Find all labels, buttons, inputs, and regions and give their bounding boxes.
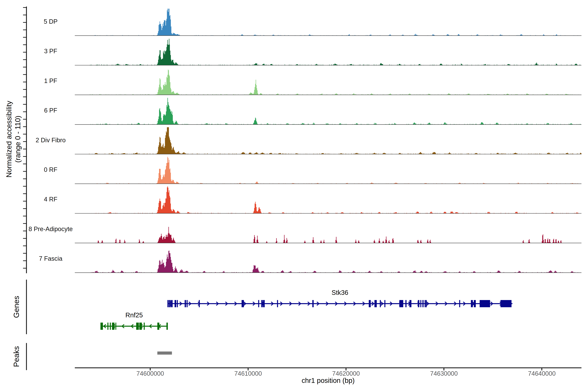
exon-box	[474, 300, 476, 307]
exon-box	[425, 300, 427, 307]
exon-box	[471, 300, 473, 307]
exon-box	[258, 300, 259, 307]
exon-box	[422, 300, 422, 307]
track-8-pre-adipocyte	[75, 227, 582, 243]
x-tick-label-74640000: 74640000	[528, 370, 556, 377]
exon-box	[418, 300, 419, 307]
peak-region-bar	[157, 352, 172, 354]
signal-area	[75, 127, 582, 154]
exon-box	[374, 300, 377, 307]
x-tick-label-74620000: 74620000	[332, 370, 360, 377]
coverage-plot-canvas	[0, 0, 588, 392]
track-label-8-pre-adipocyte: 8 Pre-Adipocyte	[28, 226, 73, 232]
exon-box	[384, 300, 385, 307]
exon-box	[261, 300, 263, 307]
track-3-pf	[75, 39, 582, 65]
track-label-5-dp: 5 DP	[44, 18, 58, 25]
exon-box	[177, 300, 178, 307]
signal-area	[75, 157, 582, 184]
exon-box	[171, 300, 173, 307]
exon-box	[169, 300, 171, 307]
exon-box	[168, 300, 169, 307]
exon-box	[420, 300, 421, 307]
track-label-6-pf: 6 PF	[44, 107, 57, 114]
signal-area	[75, 39, 582, 65]
track-2-div-fibro	[75, 127, 582, 154]
coverage-plot-figure: Normalized accessibility (range 0 - 110)…	[0, 0, 588, 392]
exon-box	[116, 322, 116, 330]
exon-box	[108, 322, 108, 330]
track-1-pf	[75, 70, 582, 95]
genes-section-label: Genes	[12, 296, 21, 318]
signal-area	[75, 250, 582, 272]
exon-box	[100, 322, 103, 330]
exon-box	[136, 322, 139, 330]
accessibility-axis	[23, 6, 26, 273]
track-5-dp	[75, 9, 582, 36]
exon-box	[380, 300, 381, 307]
track-label-3-pf: 3 PF	[44, 48, 57, 55]
y-axis-label-line1: Normalized accessibility	[4, 101, 14, 178]
track-6-pf	[75, 98, 582, 124]
exon-box	[423, 300, 424, 307]
signal-area	[75, 9, 582, 36]
gene-name-stk36: Stk36	[332, 289, 348, 296]
track-4-rf	[75, 186, 582, 213]
signal-area	[75, 227, 582, 243]
exon-box	[110, 322, 111, 330]
x-tick-label-74630000: 74630000	[430, 370, 458, 377]
exon-box	[399, 300, 403, 307]
gene-model-stk36	[168, 300, 512, 307]
exon-box	[199, 300, 200, 307]
track-0-rf	[75, 157, 582, 184]
signal-area	[75, 70, 582, 95]
exon-box	[187, 300, 188, 307]
peaks-section-label: Peaks	[12, 346, 21, 367]
track-7-fascia	[75, 250, 582, 272]
exon-box	[139, 322, 142, 330]
track-label-7-fascia: 7 Fascia	[39, 255, 62, 262]
exon-box	[263, 300, 264, 307]
exon-box	[185, 300, 186, 307]
exon-box	[166, 322, 168, 330]
x-tick-label-74600000: 74600000	[136, 370, 164, 377]
exon-box	[410, 300, 412, 307]
exon-box	[500, 300, 512, 307]
y-axis-label: Normalized accessibility (range 0 - 110)	[4, 101, 22, 178]
signal-area	[75, 98, 582, 124]
track-label-1-pf: 1 PF	[44, 77, 57, 84]
track-label-2-div-fibro: 2 Div Fibro	[36, 136, 66, 144]
exon-box	[406, 300, 406, 307]
exon-box	[312, 300, 314, 307]
exon-box	[157, 322, 159, 330]
exon-box	[480, 300, 490, 307]
x-tick-label-74610000: 74610000	[234, 370, 262, 377]
exon-box	[277, 300, 278, 307]
track-label-0-rf: 0 RF	[44, 166, 57, 173]
gene-model-rnf25	[100, 322, 168, 330]
x-axis-title: chr1 position (bp)	[302, 377, 355, 384]
exon-box	[112, 322, 114, 330]
exon-box	[369, 300, 371, 307]
exon-box	[174, 300, 176, 307]
gene-name-rnf25: Rnf25	[126, 312, 143, 319]
exon-box	[459, 300, 460, 307]
track-label-4-rf: 4 RF	[44, 196, 57, 203]
exon-box	[242, 300, 244, 307]
signal-area	[75, 186, 582, 213]
y-axis-label-line2: (range 0 - 110)	[14, 101, 22, 178]
exon-box	[144, 322, 145, 330]
